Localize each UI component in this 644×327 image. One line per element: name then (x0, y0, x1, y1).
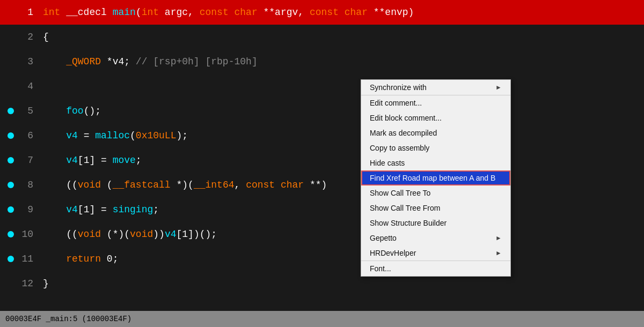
line-number-12: 12 (21, 271, 38, 296)
menu-item-show-structure-builder-label: Show Structure Builder (370, 219, 447, 227)
code-content-9: v4[1] = singing; (38, 197, 159, 222)
code-line-1: 1 int __cdecl main(int argc, const char … (0, 0, 644, 25)
line-number-9: 9 (21, 197, 38, 222)
code-line-10: 10 ((void (*)(void))v4[1])(); (0, 222, 644, 247)
line-dot-10 (0, 231, 21, 237)
code-line-3: 3 _QWORD *v4; // [rsp+0h] [rbp-10h] (0, 49, 644, 74)
code-content-12: } (38, 271, 49, 296)
code-content-2: { (38, 25, 49, 49)
code-content-7: v4[1] = move; (38, 148, 142, 173)
menu-item-font[interactable]: Font... (361, 261, 510, 276)
line-dot-9 (0, 206, 21, 213)
code-content-11: return 0; (38, 247, 118, 271)
code-content-1: int __cdecl main(int argc, const char **… (38, 0, 414, 25)
menu-arrow-hrdevhelper: ► (495, 249, 502, 257)
line-number-2: 2 (21, 25, 38, 49)
menu-item-show-call-tree-from[interactable]: Show Call Tree From (361, 200, 510, 215)
code-line-7: 7 v4[1] = move; (0, 148, 644, 173)
menu-item-edit-block-comment-label: Edit block comment... (370, 114, 442, 122)
code-content-8: ((void (__fastcall *)(__int64, const cha… (38, 173, 327, 197)
menu-item-mark-decompiled-label: Mark as decompiled (370, 129, 437, 137)
line-number-1: 1 (21, 0, 38, 25)
menu-item-show-structure-builder[interactable]: Show Structure Builder (361, 215, 510, 231)
code-content-6: v4 = malloc(0x10uLL); (38, 123, 188, 148)
code-line-4: 4 (0, 74, 644, 99)
code-line-6: 6 v4 = malloc(0x10uLL); (0, 123, 644, 148)
line-dot-8 (0, 182, 21, 188)
line-number-6: 6 (21, 123, 38, 148)
status-bar: 00003E4F _main:5 (100003E4F) (0, 311, 644, 327)
code-line-12: 12 } (0, 271, 644, 296)
menu-item-copy-assembly[interactable]: Copy to assembly (361, 140, 510, 155)
menu-item-show-call-tree-to-label: Show Call Tree To (370, 189, 430, 197)
line-number-4: 4 (21, 74, 38, 99)
menu-item-synchronize[interactable]: Synchronize with ► (361, 80, 510, 95)
menu-item-synchronize-label: Synchronize with (370, 83, 427, 92)
menu-item-hide-casts-label: Hide casts (370, 159, 405, 167)
menu-item-find-xref-label: Find Xref Road map between A and B (370, 174, 495, 182)
menu-item-show-call-tree-from-label: Show Call Tree From (370, 204, 440, 212)
menu-item-edit-block-comment[interactable]: Edit block comment... (361, 110, 510, 125)
context-menu[interactable]: Synchronize with ► Edit comment... Edit … (361, 79, 511, 277)
menu-item-hide-casts[interactable]: Hide casts (361, 155, 510, 170)
line-number-11: 11 (21, 247, 38, 271)
menu-arrow-gepetto: ► (495, 234, 502, 242)
code-line-8: 8 ((void (__fastcall *)(__int64, const c… (0, 173, 644, 197)
code-content-10: ((void (*)(void))v4[1])(); (38, 222, 217, 247)
line-number-3: 3 (21, 49, 38, 74)
line-dot-7 (0, 157, 21, 164)
menu-item-font-label: Font... (370, 264, 391, 273)
code-editor: 1 int __cdecl main(int argc, const char … (0, 0, 644, 300)
line-number-7: 7 (21, 148, 38, 173)
line-dot-6 (0, 132, 21, 139)
menu-item-edit-comment[interactable]: Edit comment... (361, 95, 510, 110)
code-line-11: 11 return 0; (0, 247, 644, 271)
menu-item-show-call-tree-to[interactable]: Show Call Tree To (361, 185, 510, 200)
menu-item-gepetto-label: Gepetto (370, 234, 397, 242)
code-line-9: 9 v4[1] = singing; (0, 197, 644, 222)
status-bar-text: 00003E4F _main:5 (100003E4F) (5, 315, 131, 323)
menu-item-gepetto[interactable]: Gepetto ► (361, 231, 510, 246)
menu-item-mark-decompiled[interactable]: Mark as decompiled (361, 125, 510, 140)
menu-item-hrdevhelper[interactable]: HRDevHelper ► (361, 246, 510, 261)
line-number-10: 10 (21, 222, 38, 247)
line-dot-5 (0, 108, 21, 114)
menu-item-copy-assembly-label: Copy to assembly (370, 144, 429, 152)
code-line-5: 5 foo(); (0, 99, 644, 123)
line-dot-11 (0, 256, 21, 262)
menu-arrow-synchronize: ► (495, 84, 502, 91)
code-content-5: foo(); (38, 99, 101, 123)
line-number-5: 5 (21, 99, 38, 123)
line-number-8: 8 (21, 173, 38, 197)
menu-item-find-xref[interactable]: Find Xref Road map between A and B (361, 170, 510, 185)
menu-item-edit-comment-label: Edit comment... (370, 99, 422, 107)
menu-item-hrdevhelper-label: HRDevHelper (370, 249, 416, 257)
code-content-3: _QWORD *v4; // [rsp+0h] [rbp-10h] (38, 49, 258, 74)
code-line-2: 2 { (0, 25, 644, 49)
